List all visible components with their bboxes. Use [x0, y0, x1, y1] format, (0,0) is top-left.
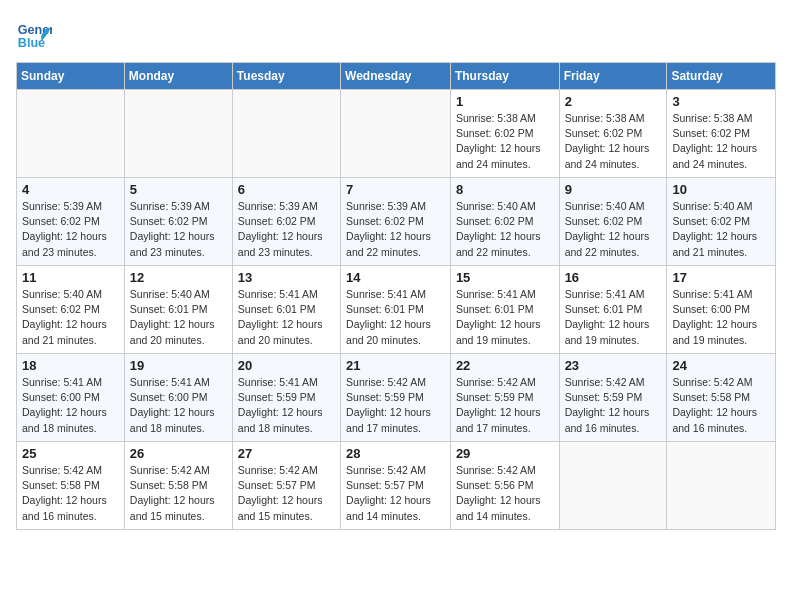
logo: General Blue — [16, 16, 56, 52]
calendar-cell: 16Sunrise: 5:41 AM Sunset: 6:01 PM Dayli… — [559, 266, 667, 354]
weekday-header-friday: Friday — [559, 63, 667, 90]
calendar-cell — [559, 442, 667, 530]
day-number: 5 — [130, 182, 227, 197]
calendar-cell: 24Sunrise: 5:42 AM Sunset: 5:58 PM Dayli… — [667, 354, 776, 442]
day-number: 29 — [456, 446, 554, 461]
calendar-week-row: 4Sunrise: 5:39 AM Sunset: 6:02 PM Daylig… — [17, 178, 776, 266]
calendar-week-row: 25Sunrise: 5:42 AM Sunset: 5:58 PM Dayli… — [17, 442, 776, 530]
day-info: Sunrise: 5:40 AM Sunset: 6:02 PM Dayligh… — [565, 199, 662, 260]
day-number: 17 — [672, 270, 770, 285]
weekday-header-tuesday: Tuesday — [232, 63, 340, 90]
day-info: Sunrise: 5:40 AM Sunset: 6:02 PM Dayligh… — [672, 199, 770, 260]
day-info: Sunrise: 5:38 AM Sunset: 6:02 PM Dayligh… — [456, 111, 554, 172]
day-number: 28 — [346, 446, 445, 461]
day-info: Sunrise: 5:42 AM Sunset: 5:56 PM Dayligh… — [456, 463, 554, 524]
day-number: 6 — [238, 182, 335, 197]
weekday-header-thursday: Thursday — [450, 63, 559, 90]
day-number: 25 — [22, 446, 119, 461]
day-info: Sunrise: 5:42 AM Sunset: 5:59 PM Dayligh… — [346, 375, 445, 436]
day-number: 3 — [672, 94, 770, 109]
day-info: Sunrise: 5:42 AM Sunset: 5:57 PM Dayligh… — [346, 463, 445, 524]
calendar-cell: 8Sunrise: 5:40 AM Sunset: 6:02 PM Daylig… — [450, 178, 559, 266]
day-info: Sunrise: 5:38 AM Sunset: 6:02 PM Dayligh… — [565, 111, 662, 172]
day-number: 1 — [456, 94, 554, 109]
svg-text:Blue: Blue — [18, 36, 45, 50]
calendar-cell: 25Sunrise: 5:42 AM Sunset: 5:58 PM Dayli… — [17, 442, 125, 530]
logo-icon: General Blue — [16, 16, 52, 52]
page-header: General Blue — [16, 16, 776, 52]
calendar-cell: 28Sunrise: 5:42 AM Sunset: 5:57 PM Dayli… — [341, 442, 451, 530]
day-info: Sunrise: 5:41 AM Sunset: 6:00 PM Dayligh… — [130, 375, 227, 436]
calendar-cell: 22Sunrise: 5:42 AM Sunset: 5:59 PM Dayli… — [450, 354, 559, 442]
calendar-cell: 9Sunrise: 5:40 AM Sunset: 6:02 PM Daylig… — [559, 178, 667, 266]
day-info: Sunrise: 5:39 AM Sunset: 6:02 PM Dayligh… — [238, 199, 335, 260]
calendar-cell — [232, 90, 340, 178]
calendar-cell: 20Sunrise: 5:41 AM Sunset: 5:59 PM Dayli… — [232, 354, 340, 442]
calendar-cell: 11Sunrise: 5:40 AM Sunset: 6:02 PM Dayli… — [17, 266, 125, 354]
day-info: Sunrise: 5:41 AM Sunset: 6:01 PM Dayligh… — [238, 287, 335, 348]
calendar-cell — [667, 442, 776, 530]
calendar-week-row: 11Sunrise: 5:40 AM Sunset: 6:02 PM Dayli… — [17, 266, 776, 354]
calendar-cell — [17, 90, 125, 178]
day-info: Sunrise: 5:40 AM Sunset: 6:02 PM Dayligh… — [22, 287, 119, 348]
weekday-header-monday: Monday — [124, 63, 232, 90]
weekday-header-wednesday: Wednesday — [341, 63, 451, 90]
calendar-cell: 10Sunrise: 5:40 AM Sunset: 6:02 PM Dayli… — [667, 178, 776, 266]
day-number: 19 — [130, 358, 227, 373]
day-info: Sunrise: 5:42 AM Sunset: 5:59 PM Dayligh… — [456, 375, 554, 436]
calendar-week-row: 1Sunrise: 5:38 AM Sunset: 6:02 PM Daylig… — [17, 90, 776, 178]
calendar-cell: 15Sunrise: 5:41 AM Sunset: 6:01 PM Dayli… — [450, 266, 559, 354]
day-number: 4 — [22, 182, 119, 197]
calendar-cell: 7Sunrise: 5:39 AM Sunset: 6:02 PM Daylig… — [341, 178, 451, 266]
day-number: 7 — [346, 182, 445, 197]
day-number: 10 — [672, 182, 770, 197]
day-number: 18 — [22, 358, 119, 373]
day-number: 24 — [672, 358, 770, 373]
calendar-cell: 1Sunrise: 5:38 AM Sunset: 6:02 PM Daylig… — [450, 90, 559, 178]
day-info: Sunrise: 5:41 AM Sunset: 6:01 PM Dayligh… — [456, 287, 554, 348]
calendar-body: 1Sunrise: 5:38 AM Sunset: 6:02 PM Daylig… — [17, 90, 776, 530]
calendar-cell: 17Sunrise: 5:41 AM Sunset: 6:00 PM Dayli… — [667, 266, 776, 354]
calendar-cell: 23Sunrise: 5:42 AM Sunset: 5:59 PM Dayli… — [559, 354, 667, 442]
day-number: 26 — [130, 446, 227, 461]
calendar-table: SundayMondayTuesdayWednesdayThursdayFrid… — [16, 62, 776, 530]
calendar-cell: 26Sunrise: 5:42 AM Sunset: 5:58 PM Dayli… — [124, 442, 232, 530]
calendar-cell: 13Sunrise: 5:41 AM Sunset: 6:01 PM Dayli… — [232, 266, 340, 354]
day-info: Sunrise: 5:39 AM Sunset: 6:02 PM Dayligh… — [22, 199, 119, 260]
calendar-cell — [124, 90, 232, 178]
day-info: Sunrise: 5:38 AM Sunset: 6:02 PM Dayligh… — [672, 111, 770, 172]
weekday-header-sunday: Sunday — [17, 63, 125, 90]
day-info: Sunrise: 5:41 AM Sunset: 5:59 PM Dayligh… — [238, 375, 335, 436]
day-number: 16 — [565, 270, 662, 285]
day-number: 20 — [238, 358, 335, 373]
calendar-week-row: 18Sunrise: 5:41 AM Sunset: 6:00 PM Dayli… — [17, 354, 776, 442]
day-number: 23 — [565, 358, 662, 373]
calendar-cell: 5Sunrise: 5:39 AM Sunset: 6:02 PM Daylig… — [124, 178, 232, 266]
calendar-cell: 14Sunrise: 5:41 AM Sunset: 6:01 PM Dayli… — [341, 266, 451, 354]
day-info: Sunrise: 5:41 AM Sunset: 6:00 PM Dayligh… — [672, 287, 770, 348]
weekday-header-saturday: Saturday — [667, 63, 776, 90]
day-number: 21 — [346, 358, 445, 373]
day-info: Sunrise: 5:42 AM Sunset: 5:58 PM Dayligh… — [22, 463, 119, 524]
day-number: 13 — [238, 270, 335, 285]
day-info: Sunrise: 5:39 AM Sunset: 6:02 PM Dayligh… — [346, 199, 445, 260]
day-info: Sunrise: 5:41 AM Sunset: 6:01 PM Dayligh… — [565, 287, 662, 348]
calendar-cell: 3Sunrise: 5:38 AM Sunset: 6:02 PM Daylig… — [667, 90, 776, 178]
day-number: 12 — [130, 270, 227, 285]
day-info: Sunrise: 5:41 AM Sunset: 6:00 PM Dayligh… — [22, 375, 119, 436]
day-info: Sunrise: 5:41 AM Sunset: 6:01 PM Dayligh… — [346, 287, 445, 348]
day-number: 22 — [456, 358, 554, 373]
day-number: 11 — [22, 270, 119, 285]
calendar-cell: 6Sunrise: 5:39 AM Sunset: 6:02 PM Daylig… — [232, 178, 340, 266]
day-number: 2 — [565, 94, 662, 109]
calendar-cell: 21Sunrise: 5:42 AM Sunset: 5:59 PM Dayli… — [341, 354, 451, 442]
day-info: Sunrise: 5:42 AM Sunset: 5:59 PM Dayligh… — [565, 375, 662, 436]
calendar-cell: 12Sunrise: 5:40 AM Sunset: 6:01 PM Dayli… — [124, 266, 232, 354]
day-info: Sunrise: 5:42 AM Sunset: 5:58 PM Dayligh… — [672, 375, 770, 436]
day-info: Sunrise: 5:42 AM Sunset: 5:57 PM Dayligh… — [238, 463, 335, 524]
day-number: 15 — [456, 270, 554, 285]
calendar-cell: 4Sunrise: 5:39 AM Sunset: 6:02 PM Daylig… — [17, 178, 125, 266]
calendar-cell: 27Sunrise: 5:42 AM Sunset: 5:57 PM Dayli… — [232, 442, 340, 530]
day-number: 8 — [456, 182, 554, 197]
day-info: Sunrise: 5:42 AM Sunset: 5:58 PM Dayligh… — [130, 463, 227, 524]
